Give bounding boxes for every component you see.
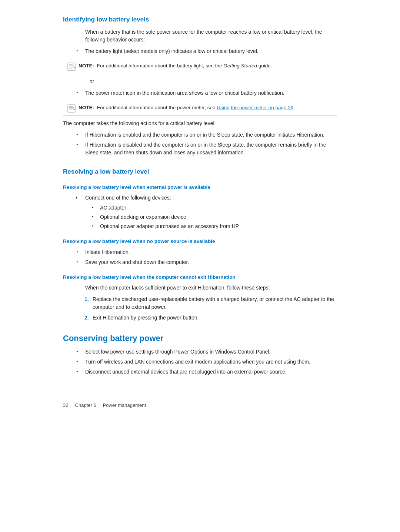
note-italic-1: Getting Started [223, 63, 257, 68]
note-text-2: NOTE: For additional information about t… [79, 104, 295, 111]
list-item: The battery light (select models only) i… [63, 47, 337, 55]
footer-chapter: Chapter 6 [75, 402, 96, 408]
power-meter-link[interactable]: Using the power meter on page 29 [217, 105, 293, 110]
critical-bullets: If Hibernation is enabled and the comput… [63, 131, 337, 157]
list-item: Disconnect unused external devices that … [63, 368, 337, 376]
numbered-step-1: 1. Replace the discharged user-replaceab… [63, 295, 337, 311]
svg-rect-0 [68, 63, 75, 70]
list-item: Turn off wireless and LAN connections an… [63, 358, 337, 366]
critical-intro: The computer takes the following actions… [63, 120, 337, 127]
svg-rect-5 [68, 105, 75, 112]
list-item: Optional docking or expansion device [85, 213, 337, 221]
page-footer: 32 Chapter 6 Power management [63, 398, 337, 409]
list-item: The power meter icon in the notification… [63, 89, 337, 97]
section-heading-resolving: Resolving a low battery level [63, 167, 337, 177]
subsection-heading-external-power: Resolving a low battery level when exter… [63, 184, 337, 191]
numbered-steps: 1. Replace the discharged user-replaceab… [63, 295, 337, 322]
step-number-1: 1. [84, 295, 89, 303]
cannot-exit-intro: When the computer lacks sufficient power… [85, 284, 337, 292]
note-icon-1 [67, 63, 76, 71]
list-item: Optional power adapter purchased as an a… [85, 222, 337, 230]
conserving-bullets: Select low power-use settings through Po… [63, 348, 337, 376]
note-box-2: NOTE: For additional information about t… [63, 101, 337, 116]
identifying-intro: When a battery that is the sole power so… [85, 28, 337, 44]
subsection-heading-no-power: Resolving a low battery level when no po… [63, 238, 337, 245]
footer-chapter-title: Power management [103, 402, 146, 408]
step-number-2: 2. [84, 314, 89, 322]
note-body-1b: guide. [257, 63, 272, 68]
list-item: Save your work and shut down the compute… [63, 258, 337, 266]
list-item: Initiate Hibernation. [63, 248, 337, 256]
section-heading-identifying: Identifying low battery levels [63, 15, 337, 24]
sub-bullet-devices: AC adapter Optional docking or expansion… [85, 204, 337, 230]
note-body-1: For additional information about the bat… [97, 63, 223, 68]
page-content: Identifying low battery levels When a ba… [33, 0, 367, 431]
identifying-bullets-1: The battery light (select models only) i… [63, 47, 337, 55]
note-icon-2 [67, 104, 76, 113]
list-item: AC adapter [85, 204, 337, 212]
triangle-list-connect: Connect one of the following devices: AC… [63, 194, 337, 230]
note-label-1: NOTE: [79, 63, 94, 68]
note-text-1: NOTE: For additional information about t… [79, 62, 272, 70]
footer-page-number: 32 [63, 402, 68, 408]
subsection-heading-cannot-exit: Resolving a low battery level when the c… [63, 274, 337, 281]
step-text-1: Replace the discharged user-replaceable … [93, 296, 334, 310]
or-separator: – or – [85, 78, 337, 86]
note-body-2b: . [293, 105, 295, 110]
note-box-1: NOTE: For additional information about t… [63, 59, 337, 74]
note-label-2: NOTE: [79, 105, 94, 110]
triangle-item: Connect one of the following devices: AC… [63, 194, 337, 230]
no-power-bullets: Initiate Hibernation. Save your work and… [63, 248, 337, 266]
note-body-2: For additional information about the pow… [97, 105, 217, 110]
triangle-item-text: Connect one of the following devices: [85, 195, 171, 201]
section-heading-conserving: Conserving battery power [63, 332, 337, 344]
identifying-bullets-2: The power meter icon in the notification… [63, 89, 337, 97]
list-item: If Hibernation is disabled and the compu… [63, 141, 337, 157]
numbered-step-2: 2. Exit Hibernation by pressing the powe… [63, 314, 337, 322]
list-item: Select low power-use settings through Po… [63, 348, 337, 356]
list-item: If Hibernation is enabled and the comput… [63, 131, 337, 139]
step-text-2: Exit Hibernation by pressing the power b… [93, 315, 199, 321]
